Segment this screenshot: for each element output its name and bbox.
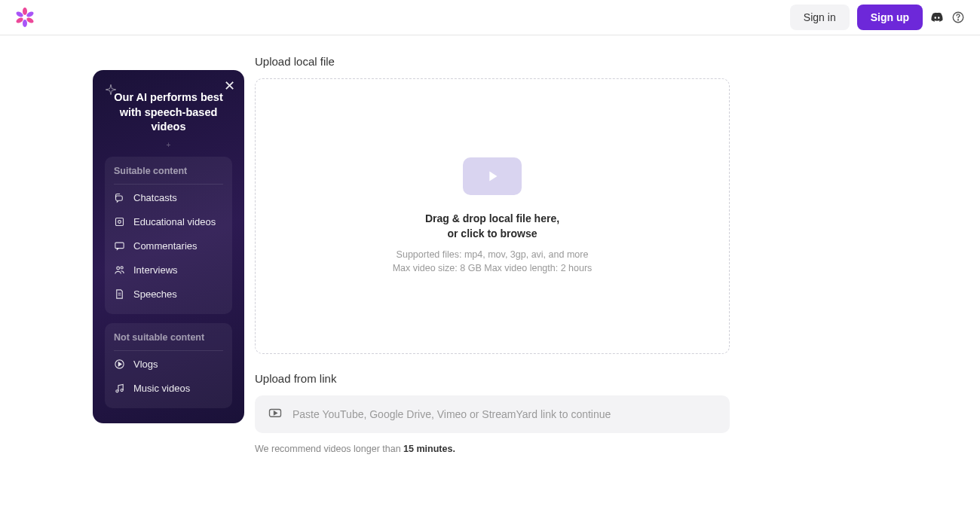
logo[interactable]: [15, 8, 35, 27]
suitable-title: Suitable content: [114, 166, 223, 185]
svg-point-3: [23, 20, 27, 27]
upload-primary-text: Drag & drop local file here, or click to…: [425, 212, 559, 241]
upload-area: Upload local file Drag & drop local file…: [255, 55, 730, 454]
svg-point-11: [117, 267, 120, 270]
content-item-vlogs: Vlogs: [114, 352, 223, 377]
upload-link-title: Upload from link: [255, 372, 730, 385]
not-suitable-title: Not suitable content: [114, 332, 223, 351]
people-icon: [114, 264, 126, 276]
content-item-speeches: Speeches: [114, 282, 223, 307]
content-item-label: Speeches: [133, 288, 177, 300]
upload-dropzone[interactable]: Drag & drop local file here, or click to…: [255, 78, 730, 354]
content-item-label: Interviews: [133, 264, 178, 276]
help-icon[interactable]: [951, 11, 965, 24]
content-item-educational: Educational videos: [114, 210, 223, 234]
content-item-chatcasts: Chatcasts: [114, 186, 223, 210]
svg-point-7: [958, 20, 959, 20]
comment-icon: [114, 240, 126, 252]
signin-button[interactable]: Sign in: [790, 5, 850, 30]
doc-icon: [114, 288, 126, 301]
signup-button[interactable]: Sign up: [857, 5, 923, 30]
svg-point-12: [121, 267, 123, 269]
recommend-text: We recommend videos longer than 15 minut…: [255, 444, 730, 454]
svg-point-9: [118, 221, 121, 224]
suitable-content-group: Suitable content Chatcasts Educational v…: [105, 157, 232, 314]
link-input[interactable]: [292, 408, 716, 420]
play-icon: [463, 157, 522, 195]
svg-rect-8: [116, 218, 124, 226]
close-icon[interactable]: ✕: [224, 78, 235, 94]
info-card-title: Our AI performs best with speech-based v…: [105, 90, 232, 135]
link-input-wrapper: [255, 395, 730, 433]
book-icon: [114, 216, 126, 228]
discord-icon[interactable]: [930, 11, 944, 24]
header: Sign in Sign up: [0, 0, 980, 35]
main-content: ✕ ○ Our AI performs best with speech-bas…: [0, 35, 980, 454]
content-item-music: Music videos: [114, 377, 223, 401]
upload-local-title: Upload local file: [255, 55, 730, 68]
play-circle-icon: [114, 359, 126, 371]
content-item-label: Commentaries: [133, 240, 198, 252]
chat-icon: [114, 192, 126, 204]
youtube-icon: [268, 406, 282, 423]
info-card: ✕ ○ Our AI performs best with speech-bas…: [93, 70, 244, 423]
content-item-commentaries: Commentaries: [114, 234, 223, 258]
music-icon: [114, 383, 126, 395]
content-item-label: Vlogs: [133, 359, 158, 370]
content-item-label: Educational videos: [133, 216, 216, 227]
not-suitable-content-group: Not suitable content Vlogs Music videos: [105, 323, 232, 408]
content-item-label: Music videos: [133, 383, 190, 394]
decorative-plus: +: [105, 141, 232, 149]
svg-rect-10: [115, 243, 124, 249]
svg-point-0: [23, 8, 27, 15]
content-item-label: Chatcasts: [133, 192, 177, 203]
header-actions: Sign in Sign up: [790, 5, 965, 30]
upload-supported-text: Supported files: mp4, mov, 3gp, avi, and…: [387, 249, 598, 275]
content-item-interviews: Interviews: [114, 258, 223, 282]
